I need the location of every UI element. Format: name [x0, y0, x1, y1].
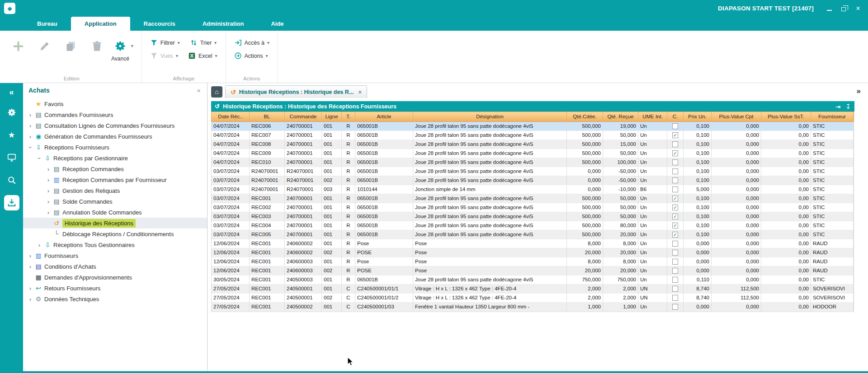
tree-item[interactable]: ›▤Conditions d'Achats: [23, 261, 207, 272]
table-row[interactable]: 03/07/2024R24070001R24070001003R1010144J…: [212, 185, 854, 194]
expander-icon[interactable]: ›: [27, 144, 34, 151]
expander-icon[interactable]: ›: [27, 263, 34, 270]
pin-right-icon[interactable]: ⇥: [835, 103, 841, 110]
expander-icon[interactable]: ›: [45, 166, 52, 173]
table-row[interactable]: 04/07/2024REC007240700001001R065001BJoue…: [212, 131, 854, 140]
tab-historique-receptions[interactable]: ↺ Historique Réceptions : Historique des…: [225, 85, 367, 98]
expand-panel-button[interactable]: »: [857, 87, 861, 96]
copy-button[interactable]: [62, 37, 79, 55]
expander-icon[interactable]: ›: [27, 133, 34, 140]
tree-item[interactable]: ›▥Fournisseurs: [23, 250, 207, 261]
column-header-ume[interactable]: UME Int.: [638, 112, 667, 121]
column-header-prix_un[interactable]: Prix Un.: [684, 112, 712, 121]
table-row[interactable]: 03/07/2024REC004240700001001R065001BJoue…: [212, 221, 854, 230]
expander-icon[interactable]: ›: [45, 209, 52, 216]
menu-tab-aide[interactable]: Aide: [257, 17, 297, 31]
column-header-date[interactable]: Date Réc..: [212, 112, 250, 121]
row-checkbox[interactable]: [672, 277, 678, 283]
table-row[interactable]: 03/07/2024R24070001R24070001002R065001BJ…: [212, 176, 854, 185]
tree-item[interactable]: ↺Historique des Réceptions: [23, 218, 207, 228]
menu-tab-raccourcis[interactable]: Raccourcis: [130, 17, 189, 31]
row-checkbox[interactable]: ✓: [672, 205, 678, 210]
tree-item[interactable]: ›▤Commandes Fournisseurs: [23, 109, 207, 120]
table-row[interactable]: 03/07/2024R24070001R24070001001R065001BJ…: [212, 167, 854, 176]
expander-icon[interactable]: ›: [36, 242, 43, 248]
column-header-commande[interactable]: Commande: [285, 112, 322, 121]
row-checkbox[interactable]: [672, 168, 678, 174]
menu-tab-administration[interactable]: Administration: [189, 17, 258, 31]
table-row[interactable]: 03/07/2024REC005240700001001R065001BJoue…: [212, 230, 854, 239]
table-row[interactable]: 27/05/2024REC001240500001001CC240500001/…: [212, 284, 854, 294]
column-header-t[interactable]: T.: [342, 112, 355, 121]
tree-item[interactable]: ›▥Réception Commandes par Fournisseur: [23, 174, 207, 185]
table-row[interactable]: 12/06/2024REC001240600003001RPosePose8,0…: [212, 257, 854, 266]
row-checkbox[interactable]: [672, 304, 678, 310]
advanced-button[interactable]: [112, 37, 128, 55]
column-header-qte_recue[interactable]: Qté. Reçue: [603, 112, 638, 121]
column-header-bl[interactable]: BL: [250, 112, 285, 121]
row-checkbox[interactable]: [672, 141, 678, 147]
row-checkbox[interactable]: [672, 259, 678, 265]
column-header-c[interactable]: C.: [667, 112, 684, 121]
column-header-qte_cdee[interactable]: Qté.Cdée.: [567, 112, 603, 121]
actions-button[interactable]: Actions ▾: [234, 52, 268, 60]
tree-item[interactable]: ›↩Retours Fournisseurs: [23, 283, 207, 294]
favorites-button[interactable]: ★: [4, 127, 19, 143]
column-header-pv_cpt[interactable]: Plus-Value Cpt: [712, 112, 761, 121]
expander-icon[interactable]: ›: [27, 285, 34, 292]
row-checkbox[interactable]: [672, 295, 678, 301]
row-checkbox[interactable]: ✓: [672, 150, 678, 156]
modules-button[interactable]: [4, 105, 19, 120]
menu-tab-bureau[interactable]: Bureau: [24, 17, 71, 31]
expander-icon[interactable]: ›: [27, 112, 34, 118]
tree-item[interactable]: ›▤Consultation Lignes de Commandes Fourn…: [23, 120, 207, 131]
close-button[interactable]: ×: [852, 3, 864, 14]
table-row[interactable]: 03/07/2024REC001240700001001R065001BJoue…: [212, 194, 854, 203]
table-row[interactable]: 12/06/2024REC001240600002001RPosePose8,0…: [212, 239, 854, 248]
table-row[interactable]: 12/06/2024REC001240600003002RPOSEPose20,…: [212, 266, 854, 275]
tab-close-icon[interactable]: ×: [358, 89, 362, 96]
close-icon[interactable]: ×: [197, 87, 201, 94]
table-row[interactable]: 04/07/2024REC010240700001001R065001BJoue…: [212, 158, 854, 167]
caret-down-icon[interactable]: ▾: [131, 43, 133, 48]
row-checkbox[interactable]: ✓: [672, 132, 678, 138]
tree-item[interactable]: ›◉Génération de Commandes Fournisseurs: [23, 131, 207, 142]
row-checkbox[interactable]: [672, 250, 678, 256]
desktop-button[interactable]: [4, 150, 19, 165]
column-header-article[interactable]: Article: [355, 112, 413, 121]
expander-icon[interactable]: ›: [45, 198, 52, 205]
tree-item[interactable]: ›⚙Données Techniques: [23, 294, 207, 304]
expander-icon[interactable]: ›: [45, 177, 52, 183]
row-checkbox[interactable]: ✓: [672, 223, 678, 228]
collapse-sidebar-button[interactable]: «: [4, 87, 19, 98]
row-checkbox[interactable]: [672, 268, 678, 274]
restore-button[interactable]: [837, 3, 850, 14]
table-row[interactable]: 30/05/2024REC001240500003001R065001BJoue…: [212, 275, 854, 284]
filter-button[interactable]: Filtrer ▾: [150, 39, 180, 47]
row-checkbox[interactable]: ✓: [672, 196, 678, 201]
tree-item[interactable]: ▦Demandes d'Approvisionnements: [23, 272, 207, 283]
minimize-button[interactable]: [823, 3, 835, 14]
table-row[interactable]: 04/07/2024REC008240700001001R065001BJoue…: [212, 140, 854, 149]
tree-item[interactable]: ›⇩Réceptions Tous Gestionnaires: [23, 239, 207, 250]
tree-item[interactable]: ★Favoris: [23, 98, 207, 109]
row-checkbox[interactable]: ✓: [672, 214, 678, 219]
table-row[interactable]: 27/05/2024REC001240500002001CC240500001/…: [212, 303, 854, 312]
row-checkbox[interactable]: [672, 177, 678, 183]
delete-button[interactable]: [89, 37, 105, 55]
row-checkbox[interactable]: [672, 159, 678, 165]
row-checkbox[interactable]: [672, 286, 678, 292]
table-row[interactable]: 03/07/2024REC003240700001001R065001BJoue…: [212, 212, 854, 221]
edit-button[interactable]: [36, 37, 52, 55]
receptions-module-button[interactable]: [4, 195, 19, 210]
tree-item[interactable]: ›▤Annulation Solde Commandes: [23, 207, 207, 218]
column-header-fournisseur[interactable]: Fournisseur: [811, 112, 854, 121]
tree-item[interactable]: └Déblocage Réceptions / Conditionnements: [23, 228, 207, 239]
tree-item[interactable]: ›⇩Réceptions par Gestionnaire: [23, 153, 207, 163]
row-checkbox[interactable]: [672, 186, 678, 192]
home-button[interactable]: ⌂: [211, 86, 222, 98]
table-row[interactable]: 03/07/2024REC002240700001001R065001BJoue…: [212, 203, 854, 212]
column-header-pv_sst[interactable]: Plus-Value SsT.: [761, 112, 811, 121]
row-checkbox[interactable]: [672, 241, 678, 247]
expander-icon[interactable]: ›: [27, 122, 34, 129]
